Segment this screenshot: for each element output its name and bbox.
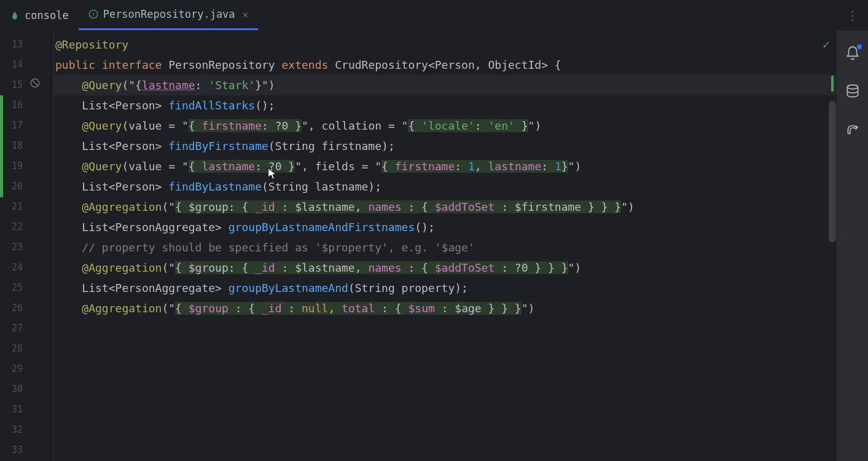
tab-person-repository[interactable]: I PersonRepository.java ✕ bbox=[79, 0, 259, 30]
code-token: ") bbox=[568, 160, 582, 173]
code-token: List<Person> bbox=[82, 180, 168, 193]
code-token: findByFirstname bbox=[168, 140, 268, 152]
code-token: List<PersonAggregate> bbox=[82, 221, 228, 234]
code-token: (" bbox=[162, 261, 175, 274]
tab-console[interactable]: console bbox=[0, 0, 79, 30]
gradle-elephant-icon[interactable] bbox=[845, 122, 861, 140]
line-number: 32 bbox=[0, 420, 53, 440]
gutter: 13 14 15 16 17 18 19 20 21 22 23 24 25 2… bbox=[0, 31, 54, 461]
code-token: (String property); bbox=[348, 282, 468, 294]
code-token: (" bbox=[162, 200, 175, 213]
code-token: firstname bbox=[201, 119, 262, 132]
code-token: ", collation = " bbox=[302, 119, 408, 132]
code-token: ") bbox=[568, 261, 582, 274]
code-token: extends bbox=[282, 58, 329, 71]
kebab-menu-icon[interactable]: ⋮ bbox=[837, 8, 868, 23]
tab-bar: console I PersonRepository.java ✕ ⋮ bbox=[0, 0, 868, 31]
code-token: }") bbox=[255, 79, 275, 92]
database-icon[interactable] bbox=[845, 84, 861, 102]
code-token: null bbox=[302, 302, 328, 315]
code-token: : { bbox=[402, 200, 435, 213]
code-token: , bbox=[328, 302, 342, 315]
code-token: : bbox=[541, 160, 555, 173]
code-token: } bbox=[561, 160, 568, 173]
code-token: { bbox=[175, 302, 189, 315]
code-token: // property should be specified as '$pro… bbox=[82, 241, 474, 254]
code-token: 1 bbox=[555, 160, 561, 173]
code-token: : ?0 } } } bbox=[495, 261, 568, 274]
override-gutter-icon[interactable] bbox=[29, 77, 41, 89]
code-token: List<Person> bbox=[82, 140, 168, 152]
code-token: @Aggregation bbox=[82, 200, 162, 213]
code-token: } bbox=[515, 119, 528, 132]
vcs-change-marker bbox=[0, 95, 3, 197]
code-token: { bbox=[381, 160, 395, 173]
inspection-ok-icon[interactable]: ✓ bbox=[823, 37, 830, 52]
code-token: @Query bbox=[82, 119, 122, 132]
code-token: total bbox=[342, 302, 375, 315]
code-token: { $group: { bbox=[175, 200, 255, 213]
code-token: : bbox=[282, 302, 302, 315]
code-token: public bbox=[55, 58, 95, 71]
code-token: interface bbox=[102, 58, 162, 71]
code-area[interactable]: ✓ @Repository public interface PersonRep… bbox=[54, 31, 836, 461]
code-token: findByLastname bbox=[168, 180, 262, 193]
line-number: 22 bbox=[0, 217, 53, 237]
code-token: : bbox=[455, 160, 468, 173]
editor[interactable]: 13 14 15 16 17 18 19 20 21 22 23 24 25 2… bbox=[0, 31, 836, 461]
code-token: : $age } } } bbox=[435, 302, 522, 315]
code-token: lastname bbox=[142, 79, 195, 92]
code-token: CrudRepository bbox=[335, 58, 428, 71]
svg-line-3 bbox=[33, 81, 38, 86]
code-token: (value = " bbox=[122, 160, 188, 173]
line-number: 20 bbox=[0, 176, 53, 197]
code-token: : { bbox=[229, 302, 262, 315]
code-token: { $group: { bbox=[175, 261, 255, 274]
code-token: $addToSet bbox=[435, 261, 495, 274]
line-number: 18 bbox=[0, 136, 53, 156]
code-token: ("{ bbox=[122, 79, 142, 92]
line-number: 25 bbox=[0, 278, 53, 298]
line-number: 26 bbox=[0, 298, 53, 318]
close-icon[interactable]: ✕ bbox=[243, 9, 249, 20]
mouse-cursor-icon bbox=[266, 167, 280, 181]
code-token: : bbox=[195, 79, 209, 92]
code-token: (); bbox=[415, 221, 435, 234]
notifications-icon[interactable] bbox=[845, 45, 861, 64]
code-token: 'Stark' bbox=[208, 79, 255, 92]
code-token: 'en' bbox=[488, 119, 515, 132]
error-stripe-marker[interactable] bbox=[831, 76, 834, 92]
line-number: 31 bbox=[0, 400, 53, 420]
code-token: ") bbox=[528, 119, 542, 132]
code-token: (String firstname); bbox=[268, 140, 395, 152]
code-token: { bbox=[189, 119, 202, 132]
code-token: groupByLastnameAnd bbox=[229, 282, 348, 294]
line-number: 23 bbox=[0, 237, 53, 258]
line-number: 16 bbox=[0, 95, 53, 116]
notification-dot bbox=[857, 44, 862, 49]
code-token: { bbox=[189, 160, 202, 173]
code-token: : ?0 } bbox=[262, 119, 302, 132]
code-token: lastname bbox=[201, 160, 255, 173]
line-number: 15 bbox=[0, 75, 53, 95]
code-token: groupByLastnameAndFirstnames bbox=[229, 221, 415, 234]
line-number: 28 bbox=[0, 339, 53, 359]
mongo-leaf-icon bbox=[10, 10, 20, 20]
svg-point-4 bbox=[847, 85, 858, 89]
code-token: (String lastname); bbox=[262, 180, 381, 193]
line-number: 13 bbox=[0, 34, 53, 55]
code-token: $addToSet bbox=[435, 200, 495, 213]
code-token: PersonRepository bbox=[168, 58, 275, 71]
code-token: : $lastname, bbox=[275, 261, 369, 274]
code-token: ", fields = " bbox=[295, 160, 381, 173]
right-tool-rail bbox=[836, 31, 868, 461]
code-token: (value = " bbox=[122, 119, 188, 132]
code-token: @Aggregation bbox=[82, 261, 162, 274]
code-token: : bbox=[475, 119, 488, 132]
line-number: 27 bbox=[0, 318, 53, 339]
code-token: names bbox=[368, 200, 401, 213]
code-token: ") bbox=[621, 200, 635, 213]
scrollbar-thumb[interactable] bbox=[829, 101, 836, 242]
interface-icon: I bbox=[88, 9, 98, 19]
svg-point-5 bbox=[856, 127, 857, 128]
